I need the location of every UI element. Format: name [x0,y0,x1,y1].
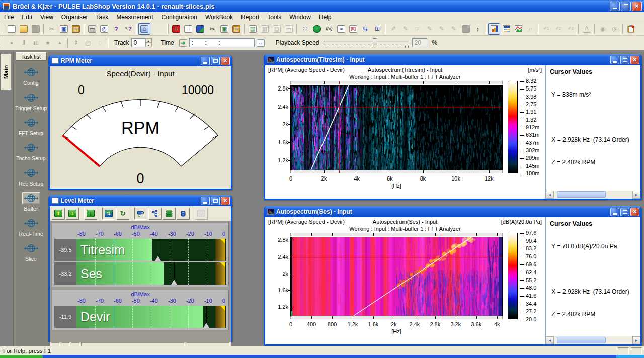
multibuffer-display-button[interactable] [500,23,512,35]
scroll-right-icon[interactable]: ► [632,336,640,344]
menu-edit[interactable]: Edit [18,13,36,22]
status-log-button[interactable] [625,23,637,35]
new-button[interactable] [6,23,18,35]
track-input[interactable]: 0 [131,38,145,47]
level-meter-title-bar[interactable]: Level Meter × [50,195,231,206]
menu-tools[interactable]: Tools [263,13,285,22]
menu-measurement[interactable]: Measurement [112,13,157,22]
raise-updown-button[interactable]: ⇕ [66,208,79,220]
help-button[interactable]: ? [110,23,122,35]
level-maximize-button[interactable] [211,197,220,205]
level-minimize-button[interactable] [201,197,210,205]
meter-bar[interactable]: Devir [76,306,226,328]
open-button[interactable] [18,23,30,35]
task-trigger-setup[interactable]: Trigger Setup [14,92,48,111]
paste-data-button[interactable]: ▤ [230,23,243,35]
menu-report[interactable]: Report [237,13,263,22]
print-preview-button[interactable]: ◎ [98,23,110,35]
playback-speed-slider[interactable] [324,38,409,48]
spec-minimize-button[interactable] [610,56,619,64]
notes-button[interactable]: ≡ [182,23,194,35]
copy-button[interactable]: ▣ [58,23,70,35]
spectrogram-canvas-ses[interactable] [290,237,503,316]
task-rec-setup[interactable]: Rec Setup [14,167,48,187]
menu-file[interactable]: File [0,13,18,22]
scroll-left-icon[interactable]: ◄ [546,336,554,344]
task-real-time[interactable]: Real-Time [14,217,48,237]
tree-view-button[interactable] [148,208,162,220]
spec-close-button[interactable]: × [630,208,639,216]
workbook-view-button[interactable]: ⌂ [138,23,150,35]
track-spinner[interactable]: ▲▼ [145,38,152,47]
database-button[interactable] [311,23,323,35]
scroll-thumb[interactable] [557,191,606,198]
app-close-button[interactable]: × [632,2,642,11]
cursor-pane-scrollbar[interactable]: ◄ ► [546,191,640,199]
spec-minimize-button[interactable] [610,208,619,216]
toolbar-grip[interactable] [3,38,4,48]
autoscale-button[interactable]: ⇅ [102,208,115,220]
spectrogram-canvas-titresim[interactable] [290,85,503,170]
paste-button[interactable]: ▤ [70,23,82,35]
menu-workbook[interactable]: WorkBook [201,13,237,22]
task-slice[interactable]: Slice [14,242,48,262]
toolbar-grip[interactable] [3,24,4,34]
disk-array-button[interactable] [163,208,176,220]
scroll-thumb[interactable] [557,337,606,343]
tab-main[interactable]: Main [1,53,12,91]
app-minimize-button[interactable] [610,2,620,11]
time-field[interactable]: : : : [189,38,255,47]
rpm-close-button[interactable]: × [221,57,230,65]
hardware-setup-button[interactable]: ⊞ [371,23,383,35]
peak-marker[interactable] [206,306,207,324]
spec-maximize-button[interactable] [620,208,629,216]
measurement-organiser-button[interactable]: [II] [347,23,359,35]
task-tacho-setup[interactable]: Tacho Setup [14,142,48,161]
task-fft-setup[interactable]: FFT Setup [14,117,48,136]
task-config[interactable]: Config [14,66,48,86]
level-close-button[interactable]: × [221,197,230,205]
cursor-pane-scrollbar[interactable]: ◄ ► [546,336,640,344]
print-button[interactable]: ▭ [86,23,98,35]
task-buffer[interactable]: Buffer [14,192,48,212]
copy-data-button[interactable]: ▣ [218,23,230,35]
menu-help[interactable]: Help [315,13,336,22]
spec-maximize-button[interactable] [620,56,629,64]
raise-up-button[interactable]: ⬆ [52,208,65,220]
display-organiser-button[interactable]: ≈ [335,23,347,35]
toolbar-grip[interactable] [167,24,169,34]
menu-organiser[interactable]: Organiser [57,13,92,22]
lower-button[interactable]: ↓ [84,208,97,220]
organiser-book-button[interactable]: ≡ [170,23,182,35]
overload-display-button[interactable] [512,23,524,35]
menu-view[interactable]: View [36,13,57,22]
meter-bar[interactable]: Ses [76,262,226,285]
connect-frontend-button[interactable]: ∷ [299,23,311,35]
meter-bar[interactable]: Titresim [76,239,226,261]
rpm-maximize-button[interactable] [211,57,220,65]
time-sync-button[interactable]: ↔ [255,37,267,49]
spectro-title-bar[interactable]: Autospectrum(Ses) - Input × [265,206,640,217]
menu-task[interactable]: Task [92,13,113,22]
report-new-button[interactable]: ▤ [247,23,259,35]
scroll-left-icon[interactable]: ◄ [546,191,554,199]
fft-display-button[interactable] [488,23,500,35]
rpm-minimize-button[interactable] [201,57,210,65]
spectro-title-bar[interactable]: Autospectrum(Titresim) - Input × [265,54,640,65]
autorange-button[interactable]: ↕ [472,23,484,35]
scroll-right-icon[interactable]: ► [632,191,640,199]
peak-marker[interactable] [174,262,175,281]
windows-taskbar[interactable] [0,355,644,358]
rpm-meter-title-bar[interactable]: RPM Meter × [50,55,231,66]
menu-configuration[interactable]: Configuration [157,13,201,22]
slider-thumb[interactable] [373,38,377,45]
start-button-edge[interactable] [0,355,43,358]
probe-button[interactable] [134,208,147,220]
time-go-button[interactable]: ➔ [177,37,189,49]
menu-window[interactable]: Window [285,13,315,22]
context-help-button[interactable]: ↖? [122,23,134,35]
function-organiser-button[interactable]: f(x) [323,23,335,35]
task-list-header[interactable]: Task list [16,52,47,61]
rotate-view-button[interactable]: ↻ [116,208,129,220]
buffer-button[interactable] [177,208,190,220]
